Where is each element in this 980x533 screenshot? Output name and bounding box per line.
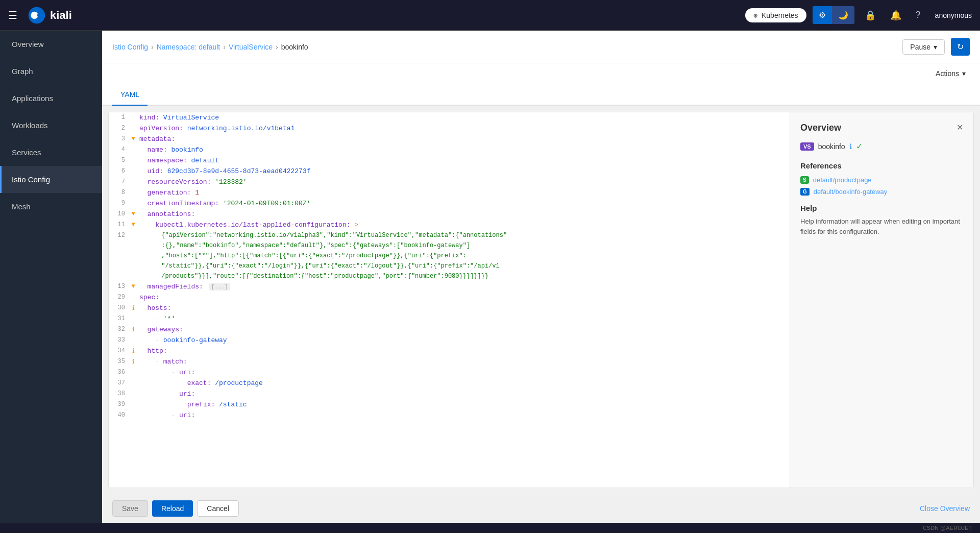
breadcrumb-bar: Istio Config › Namespace: default › Virt… [102, 31, 980, 63]
ref-badge-g: G [800, 188, 810, 196]
code-line-35: 35 ℹ - match: [109, 356, 790, 367]
actions-button[interactable]: Actions ▾ [932, 67, 970, 80]
pause-chevron-icon: ▾ [934, 43, 937, 51]
content-area: Istio Config › Namespace: default › Virt… [102, 31, 980, 523]
svg-point-1 [31, 11, 38, 18]
overview-panel: ✕ Overview VS bookinfo ℹ ✓ References S … [790, 112, 973, 488]
kubernetes-icon: ⎈ [753, 11, 757, 19]
code-line-12c: ,"hosts":["*"],"http":[{"match":[{"uri":… [109, 251, 790, 261]
sidebar-item-services[interactable]: Services [0, 139, 102, 166]
cluster-selector[interactable]: ⎈ Kubernetes [745, 8, 806, 22]
code-line-12e: /products"}}],"route":[{"destination":{"… [109, 271, 790, 281]
theme-button[interactable]: 🌙 [832, 6, 854, 24]
breadcrumb-virtual-service[interactable]: VirtualService [229, 43, 273, 51]
code-line-6: 6 uid: 629cd3b7-8e9d-4655-8d73-aead04222… [109, 166, 790, 177]
pause-label: Pause [910, 43, 930, 51]
breadcrumb: Istio Config › Namespace: default › Virt… [112, 43, 308, 51]
bottom-left-buttons: Save Reload Cancel [112, 500, 239, 517]
svg-point-2 [37, 13, 41, 17]
code-line-12b: :{},"name":"bookinfo","namespace":"defau… [109, 240, 790, 251]
ref-item-bookinfo-gateway: G default/bookinfo-gateway [800, 188, 963, 196]
breadcrumb-actions: Pause ▾ ↻ [902, 38, 970, 56]
code-line-37: 37 exact: /productpage [109, 378, 790, 389]
panel-resource: VS bookinfo ℹ ✓ [800, 141, 963, 151]
logo-text: kiali [50, 9, 72, 22]
sidebar-item-graph[interactable]: Graph [0, 58, 102, 85]
sidebar-item-overview[interactable]: Overview [0, 31, 102, 58]
footer-text: CSDN @AEROJET [923, 525, 972, 531]
code-line-31: 31 - '*' [109, 313, 790, 324]
settings-group: ⚙ 🌙 [813, 6, 854, 24]
main-layout: Overview Graph Applications Workloads Se… [0, 31, 980, 523]
code-editor[interactable]: 1 kind: VirtualService 2 apiVersion: net… [109, 112, 790, 488]
code-line-8: 8 generation: 1 [109, 187, 790, 198]
tab-yaml[interactable]: YAML [112, 84, 148, 106]
help-button[interactable]: ? [912, 6, 925, 25]
breadcrumb-current: bookinfo [281, 43, 308, 51]
ref-link-bookinfo-gateway[interactable]: default/bookinfo-gateway [814, 188, 888, 196]
code-line-7: 7 resourceVersion: '128382' [109, 177, 790, 187]
actions-row: Actions ▾ [102, 63, 980, 84]
code-line-5: 5 namespace: default [109, 155, 790, 166]
code-line-1: 1 kind: VirtualService [109, 112, 790, 123]
cluster-label: Kubernetes [762, 11, 798, 19]
code-line-10: 10 ▼ annotations: [109, 209, 790, 220]
code-line-12d: "/static"}},{"uri":{"exact":"/login"}},{… [109, 261, 790, 271]
resource-info-icon[interactable]: ℹ [849, 142, 852, 151]
help-title: Help [800, 204, 963, 212]
sidebar-item-applications[interactable]: Applications [0, 85, 102, 112]
ref-badge-s: S [800, 176, 809, 184]
hamburger-icon[interactable]: ☰ [8, 9, 17, 21]
cancel-button[interactable]: Cancel [197, 500, 239, 517]
close-overview-button[interactable]: Close Overview [920, 504, 970, 513]
code-line-2: 2 apiVersion: networking.istio.io/v1beta… [109, 123, 790, 134]
sidebar-item-mesh[interactable]: Mesh [0, 193, 102, 220]
user-label: anonymous [935, 11, 972, 19]
code-line-3: 3 ▼ metadata: [109, 134, 790, 144]
footer: CSDN @AEROJET [0, 523, 980, 533]
notification-button[interactable]: 🔔 [886, 6, 905, 25]
editor-layout: 1 kind: VirtualService 2 apiVersion: net… [108, 112, 974, 488]
bottom-bar: Save Reload Cancel Close Overview [102, 494, 980, 523]
sidebar-item-istio-config[interactable]: Istio Config [0, 166, 102, 193]
lock-button[interactable]: 🔒 [861, 6, 880, 25]
breadcrumb-istio-config[interactable]: Istio Config [112, 43, 148, 51]
overview-panel-title: Overview [800, 123, 963, 133]
pause-button[interactable]: Pause ▾ [902, 39, 945, 55]
refresh-button[interactable]: ↻ [951, 38, 970, 56]
logo: kiali [28, 6, 72, 25]
kiali-logo-icon [28, 6, 46, 25]
code-line-32: 32 ℹ gateways: [109, 324, 790, 335]
breadcrumb-sep-2: › [223, 43, 226, 51]
panel-close-button[interactable]: ✕ [957, 123, 963, 132]
code-line-12: 12 {"apiVersion":"networking.istio.io/v1… [109, 230, 790, 240]
code-line-11: 11 ▼ kubectl.kubernetes.io/last-applied-… [109, 220, 790, 230]
actions-chevron-icon: ▾ [962, 69, 966, 78]
sidebar: Overview Graph Applications Workloads Se… [0, 31, 102, 523]
code-line-30: 30 ℹ hosts: [109, 303, 790, 313]
code-line-38: 38 - uri: [109, 389, 790, 399]
code-line-33: 33 - bookinfo-gateway [109, 335, 790, 346]
references-title: References [800, 161, 963, 170]
breadcrumb-namespace[interactable]: Namespace: default [157, 43, 220, 51]
code-line-34: 34 ℹ http: [109, 346, 790, 356]
ref-item-productpage: S default/productpage [800, 176, 963, 184]
code-line-9: 9 creationTimestamp: '2024-01-09T09:01:0… [109, 198, 790, 209]
resource-status-icon: ✓ [856, 141, 863, 151]
help-text: Help information will appear when editin… [800, 216, 963, 236]
vs-badge: VS [800, 142, 814, 151]
code-line-36: 36 - uri: [109, 367, 790, 378]
reload-button[interactable]: Reload [152, 500, 193, 517]
tabs-bar: YAML [102, 84, 980, 106]
breadcrumb-sep-3: › [276, 43, 278, 51]
resource-name: bookinfo [818, 142, 845, 151]
save-button[interactable]: Save [112, 500, 148, 517]
code-line-4: 4 name: bookinfo [109, 144, 790, 155]
code-line-29: 29 spec: [109, 292, 790, 303]
sidebar-item-workloads[interactable]: Workloads [0, 112, 102, 139]
code-line-39: 39 prefix: /static [109, 399, 790, 410]
ref-link-productpage[interactable]: default/productpage [813, 176, 872, 184]
settings-button[interactable]: ⚙ [813, 6, 832, 24]
navbar: ☰ kiali ⎈ Kubernetes ⚙ 🌙 🔒 🔔 ? anonymous [0, 0, 980, 31]
code-line-40: 40 - uri: [109, 410, 790, 421]
